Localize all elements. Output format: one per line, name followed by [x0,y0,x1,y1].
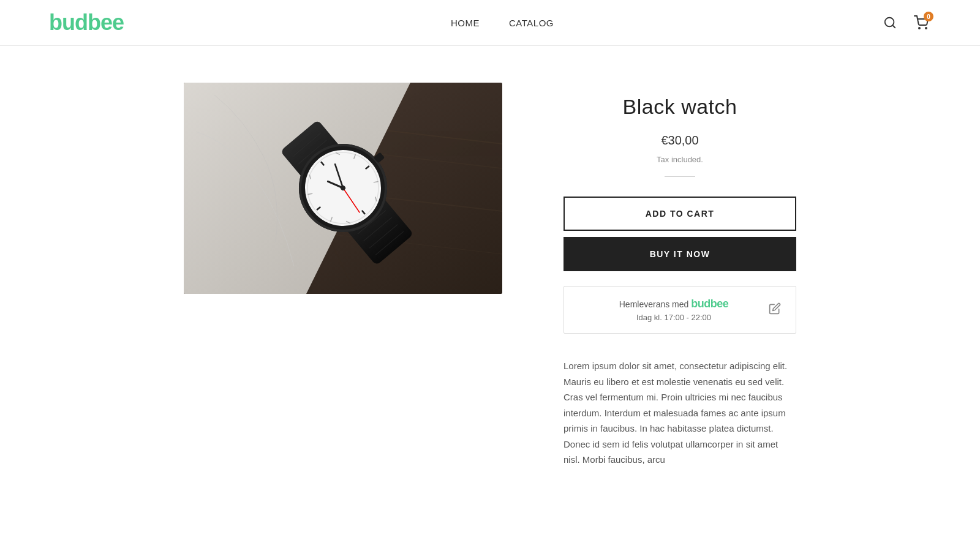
add-to-cart-button[interactable]: ADD TO CART [564,197,796,231]
svg-point-2 [919,28,920,29]
tax-info: Tax included. [564,155,796,164]
delivery-text: Hemleverans med budbee Idag kl. 17:00 - … [579,298,769,322]
product-page: Black watch €30,00 Tax included. ADD TO … [61,46,919,504]
buy-it-now-button[interactable]: BUY IT NOW [564,237,796,271]
delivery-prefix: Hemleverans med [619,299,692,309]
delivery-edit-icon[interactable] [769,302,781,318]
product-title: Black watch [564,95,796,119]
delivery-line1: Hemleverans med budbee [579,298,769,310]
site-logo[interactable]: budbee [49,10,124,36]
price-divider [665,176,695,177]
main-nav: HOME CATALOG [451,18,554,28]
delivery-brand: budbee [691,298,728,310]
nav-home[interactable]: HOME [451,18,480,28]
product-details: Black watch €30,00 Tax included. ADD TO … [564,83,796,468]
delivery-time: Idag kl. 17:00 - 22:00 [579,313,769,322]
nav-catalog[interactable]: CATALOG [509,18,554,28]
svg-line-1 [892,25,895,28]
product-price: €30,00 [564,133,796,148]
delivery-info-box: Hemleverans med budbee Idag kl. 17:00 - … [564,286,796,334]
product-description: Lorem ipsum dolor sit amet, consectetur … [564,358,796,468]
product-image [184,83,502,294]
search-icon [883,16,897,29]
cart-button[interactable]: 0 [911,13,931,32]
watch-image-svg [184,83,502,294]
cart-badge: 0 [924,12,933,21]
search-button[interactable] [881,13,899,32]
header-icons: 0 [881,13,931,32]
svg-point-3 [925,28,927,29]
